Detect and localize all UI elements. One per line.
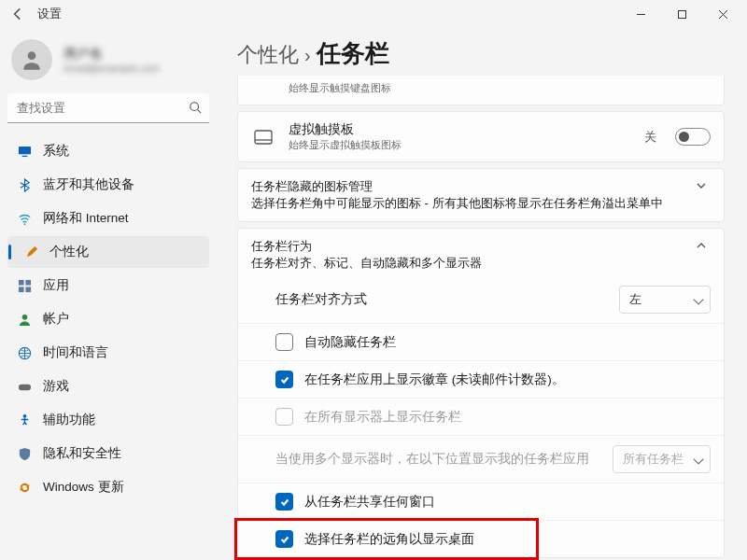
- row-alignment: 任务栏对齐方式 左: [238, 276, 724, 323]
- paintbrush-icon: [23, 245, 38, 259]
- setting-row-virtual-touchpad[interactable]: 虚拟触摸板 始终显示虚拟触摸板图标 关: [237, 111, 725, 162]
- checkbox[interactable]: [275, 371, 293, 388]
- svg-rect-14: [255, 131, 272, 144]
- section-title: 任务栏隐藏的图标管理: [251, 178, 692, 195]
- maximize-button[interactable]: [661, 0, 702, 28]
- section-subtitle: 任务栏对齐、标记、自动隐藏和多个显示器: [251, 255, 692, 272]
- search-box[interactable]: [7, 93, 209, 123]
- nav-label: 蓝牙和其他设备: [43, 176, 134, 193]
- checkbox[interactable]: [275, 530, 293, 548]
- nav-time-language[interactable]: 时间和语言: [7, 337, 209, 369]
- checkbox[interactable]: [275, 333, 293, 351]
- row-title: 虚拟触摸板: [289, 121, 631, 138]
- row-multimon-location: 当使用多个显示器时，在以下位置显示我的任务栏应用 所有任务栏: [238, 435, 724, 483]
- multimon-select: 所有任务栏: [613, 445, 711, 473]
- breadcrumb: 个性化 › 任务栏: [237, 37, 725, 70]
- avatar: [11, 39, 52, 80]
- toggle-state: 关: [644, 129, 656, 146]
- row-subtitle: 始终显示触摸键盘图标: [289, 81, 662, 95]
- svg-rect-12: [18, 384, 30, 390]
- nav-label: 游戏: [43, 378, 69, 395]
- shield-icon: [17, 446, 32, 461]
- section-subtitle: 选择任务栏角中可能显示的图标 - 所有其他图标将显示在任务栏角溢出菜单中: [251, 195, 692, 212]
- page-title: 任务栏: [317, 37, 389, 70]
- app-title: 设置: [37, 6, 62, 22]
- minimize-button[interactable]: [620, 0, 661, 28]
- close-button[interactable]: [702, 0, 743, 28]
- row-all-displays: 在所有显示器上显示任务栏: [238, 398, 724, 435]
- bluetooth-icon: [17, 177, 32, 192]
- gamepad-icon: [17, 379, 32, 394]
- main-content: 个性化 › 任务栏 始终显示触摸键盘图标 虚拟触摸板 始终显示虚拟触摸板图标 关…: [217, 28, 747, 560]
- user-name: 用户名: [63, 46, 160, 63]
- row-label: 任务栏对齐方式: [275, 291, 608, 308]
- nav-system[interactable]: 系统: [7, 135, 209, 167]
- nav-personalization[interactable]: 个性化: [7, 236, 209, 268]
- title-bar: 设置: [0, 0, 747, 28]
- nav-label: 应用: [43, 277, 69, 294]
- wifi-icon: [17, 211, 32, 226]
- row-label: 在任务栏应用上显示徽章 (未读邮件计数器)。: [304, 371, 711, 388]
- section-corner-icons[interactable]: 任务栏隐藏的图标管理 选择任务栏角中可能显示的图标 - 所有其他图标将显示在任务…: [237, 168, 725, 222]
- chevron-down-icon: [692, 178, 711, 194]
- nav-label: 系统: [43, 143, 69, 160]
- row-badges[interactable]: 在任务栏应用上显示徽章 (未读邮件计数器)。: [238, 360, 724, 398]
- svg-rect-3: [18, 146, 30, 153]
- nav-label: 时间和语言: [43, 344, 108, 361]
- nav-label: Windows 更新: [43, 479, 124, 496]
- nav-gaming[interactable]: 游戏: [7, 371, 209, 402]
- svg-point-2: [190, 103, 199, 111]
- chevron-right-icon: ›: [304, 45, 311, 66]
- setting-row-touch-keyboard[interactable]: 始终显示触摸键盘图标: [237, 76, 725, 105]
- nav-accounts[interactable]: 帐户: [7, 303, 209, 335]
- accessibility-icon: [17, 413, 32, 427]
- user-email: email@example.com: [63, 63, 160, 74]
- svg-rect-6: [18, 279, 23, 285]
- row-label: 选择任务栏的远角以显示桌面: [304, 531, 711, 548]
- row-label: 在所有显示器上显示任务栏: [304, 409, 711, 426]
- update-icon: [17, 480, 32, 495]
- section-title: 任务栏行为: [251, 238, 692, 255]
- search-input[interactable]: [7, 93, 209, 123]
- svg-rect-7: [25, 279, 31, 285]
- row-label: 当使用多个显示器时，在以下位置显示我的任务栏应用: [275, 451, 601, 468]
- row-autohide[interactable]: 自动隐藏任务栏: [238, 323, 724, 360]
- nav-label: 辅助功能: [43, 412, 95, 428]
- svg-point-5: [23, 223, 25, 225]
- svg-point-10: [21, 314, 27, 319]
- behaviors-rows: 任务栏对齐方式 左 自动隐藏任务栏 在任务栏应用上显示徽章 (未读邮件计数器)。…: [237, 276, 725, 558]
- nav-label: 网络和 Internet: [43, 210, 129, 227]
- nav-apps[interactable]: 应用: [7, 270, 209, 301]
- search-icon: [189, 101, 202, 117]
- row-far-corner-desktop[interactable]: 选择任务栏的远角以显示桌面: [238, 520, 724, 557]
- section-taskbar-behaviors[interactable]: 任务栏行为 任务栏对齐、标记、自动隐藏和多个显示器: [237, 228, 725, 282]
- nav-windows-update[interactable]: Windows 更新: [7, 471, 209, 503]
- nav-label: 隐私和安全性: [43, 445, 121, 462]
- row-share-any-window[interactable]: 从任务栏共享任何窗口: [238, 483, 724, 520]
- row-subtitle: 始终显示虚拟触摸板图标: [289, 138, 631, 152]
- toggle-switch[interactable]: [675, 128, 711, 146]
- svg-rect-0: [678, 10, 685, 18]
- globe-icon: [17, 345, 32, 360]
- alignment-select[interactable]: 左: [619, 286, 711, 314]
- breadcrumb-root[interactable]: 个性化: [237, 41, 299, 69]
- svg-point-13: [22, 413, 26, 417]
- svg-rect-8: [18, 287, 23, 292]
- nav-network[interactable]: 网络和 Internet: [7, 203, 209, 234]
- nav-privacy[interactable]: 隐私和安全性: [7, 438, 209, 469]
- checkbox: [275, 408, 293, 426]
- nav-label: 个性化: [49, 244, 89, 260]
- svg-point-1: [28, 51, 36, 60]
- touchpad-icon: [251, 130, 275, 145]
- back-button[interactable]: [9, 6, 26, 22]
- apps-icon: [17, 278, 32, 293]
- nav-label: 帐户: [43, 311, 69, 328]
- person-icon: [17, 312, 32, 327]
- nav-accessibility[interactable]: 辅助功能: [7, 404, 209, 436]
- monitor-icon: [17, 144, 32, 159]
- checkbox[interactable]: [275, 493, 293, 511]
- user-block[interactable]: 用户名 email@example.com: [6, 32, 211, 93]
- row-label: 自动隐藏任务栏: [304, 334, 711, 351]
- nav-bluetooth[interactable]: 蓝牙和其他设备: [7, 169, 209, 201]
- sidebar: 用户名 email@example.com 系统 蓝牙和其他设备 网络和 Int…: [0, 28, 217, 560]
